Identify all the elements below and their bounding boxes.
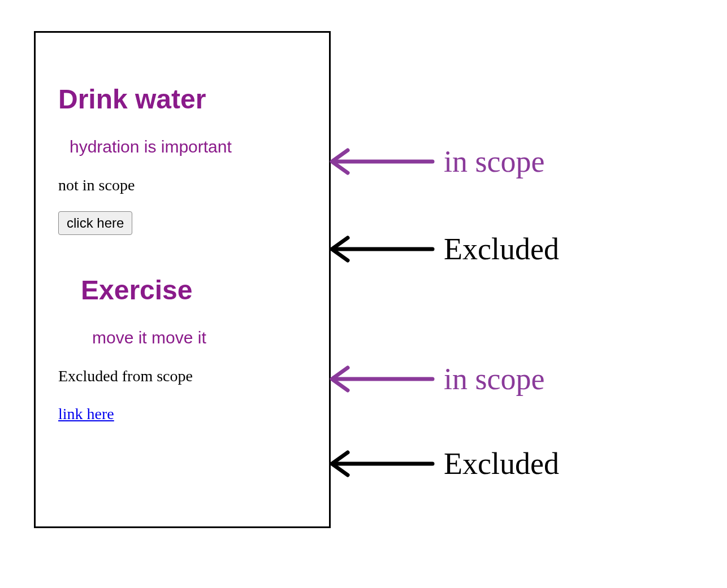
heading-drink-water: Drink water [58,84,306,115]
subtext-move-it: move it move it [92,328,306,347]
arrow-left-icon [325,362,438,396]
annotation-label: Excluded [444,446,559,481]
annotation-label: in scope [444,144,544,179]
arrow-left-icon [325,447,438,481]
annotation-in-scope-2: in scope [325,361,544,397]
annotation-in-scope-1: in scope [325,144,544,179]
annotation-excluded-1: Excluded [325,232,559,267]
annotation-label: in scope [444,361,544,397]
heading-exercise: Exercise [81,275,306,306]
example-card: Drink water hydration is important not i… [34,31,331,528]
excluded-text-2: Excluded from scope [58,367,306,385]
excluded-text-1: not in scope [58,176,306,194]
click-here-button[interactable]: click here [58,211,132,235]
annotation-excluded-2: Excluded [325,446,559,481]
arrow-left-icon [325,232,438,266]
annotation-label: Excluded [444,232,559,267]
link-here[interactable]: link here [58,405,114,423]
subtext-hydration: hydration is important [70,137,306,156]
arrow-left-icon [325,145,438,178]
